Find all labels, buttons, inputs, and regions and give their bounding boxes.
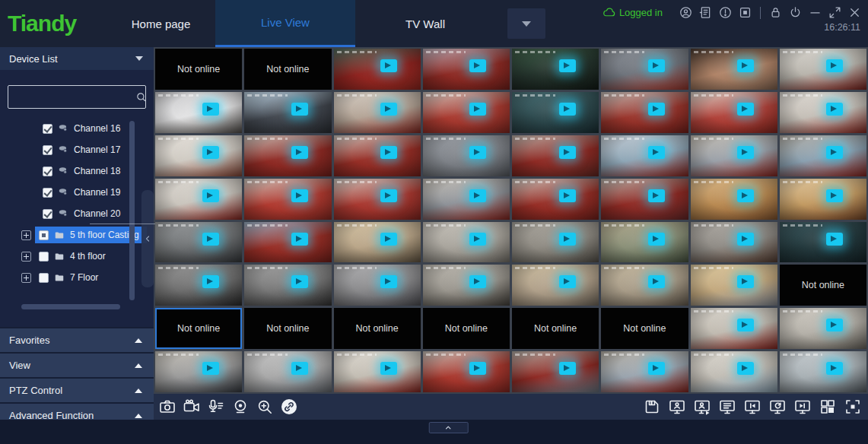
video-tile[interactable] bbox=[512, 351, 599, 392]
video-tile[interactable] bbox=[780, 135, 866, 176]
video-tile-offline[interactable]: Not online bbox=[155, 49, 242, 90]
video-tile[interactable] bbox=[601, 222, 688, 263]
video-tile[interactable] bbox=[601, 351, 688, 392]
video-tile-offline[interactable]: Not online bbox=[512, 308, 599, 349]
tab-tv-wall[interactable]: TV Wall bbox=[355, 0, 495, 47]
expand-plus-icon[interactable] bbox=[21, 273, 31, 283]
power-button[interactable] bbox=[788, 5, 803, 20]
video-tile-offline[interactable]: Not online bbox=[334, 308, 421, 349]
expand-plus-icon[interactable] bbox=[21, 230, 31, 240]
screen-play-button[interactable] bbox=[693, 398, 711, 416]
video-tile[interactable] bbox=[512, 92, 599, 133]
video-tile[interactable] bbox=[512, 135, 599, 176]
video-tile[interactable] bbox=[244, 179, 331, 220]
maximize-button[interactable] bbox=[828, 5, 842, 20]
video-tile[interactable] bbox=[780, 49, 866, 90]
video-tile[interactable] bbox=[512, 265, 599, 306]
screen-prev-button[interactable] bbox=[743, 398, 761, 416]
screen-list-button[interactable] bbox=[718, 398, 736, 416]
video-tile[interactable] bbox=[780, 308, 866, 349]
video-tile[interactable] bbox=[423, 135, 510, 176]
video-tile[interactable] bbox=[423, 351, 510, 392]
panel-button[interactable] bbox=[738, 5, 752, 20]
video-tile[interactable] bbox=[780, 92, 866, 133]
talk-button[interactable] bbox=[207, 398, 225, 416]
video-tile[interactable] bbox=[155, 135, 242, 176]
minimize-button[interactable] bbox=[808, 5, 822, 20]
video-tile[interactable] bbox=[155, 222, 242, 263]
channel-checkbox[interactable] bbox=[43, 188, 52, 198]
event-log-button[interactable] bbox=[698, 5, 713, 20]
tab-live-view[interactable]: Live View bbox=[215, 0, 355, 47]
tree-vertical-scrollbar[interactable] bbox=[129, 121, 135, 300]
snapshot-button[interactable] bbox=[158, 398, 176, 416]
video-tile[interactable] bbox=[601, 135, 688, 176]
split-layout-button[interactable] bbox=[819, 398, 837, 416]
channel-checkbox[interactable] bbox=[43, 166, 52, 176]
video-tile[interactable] bbox=[155, 351, 242, 392]
video-tile[interactable] bbox=[244, 222, 331, 263]
video-tile[interactable] bbox=[334, 179, 421, 220]
screen-carousel-button[interactable] bbox=[768, 398, 787, 416]
video-tile-offline[interactable]: Not online bbox=[423, 308, 510, 349]
search-input[interactable] bbox=[8, 86, 135, 108]
device-list-header[interactable]: Device List bbox=[0, 47, 154, 70]
panel-favorites[interactable]: Favorites bbox=[0, 327, 154, 352]
video-tile[interactable] bbox=[334, 92, 421, 133]
lock-button[interactable] bbox=[768, 5, 783, 20]
video-tile[interactable] bbox=[512, 222, 599, 263]
video-tile[interactable] bbox=[423, 179, 510, 220]
folder-checkbox[interactable] bbox=[39, 230, 49, 240]
video-tile[interactable] bbox=[512, 179, 599, 220]
video-tile[interactable] bbox=[780, 222, 866, 263]
video-tile[interactable] bbox=[423, 49, 510, 90]
video-tile[interactable] bbox=[691, 222, 777, 263]
video-tile[interactable] bbox=[512, 49, 599, 90]
video-tile[interactable] bbox=[601, 265, 688, 306]
ptz-dome-button[interactable] bbox=[231, 398, 250, 416]
video-tile[interactable] bbox=[244, 135, 331, 176]
video-tile-offline[interactable]: Not online bbox=[155, 308, 242, 349]
record-button[interactable] bbox=[183, 398, 201, 416]
close-button[interactable] bbox=[847, 5, 862, 20]
video-tile[interactable] bbox=[423, 222, 510, 263]
panel-ptz-control[interactable]: PTZ Control bbox=[0, 377, 154, 402]
digital-zoom-button[interactable] bbox=[256, 398, 274, 416]
video-tile[interactable] bbox=[155, 92, 242, 133]
sidebar-collapse-handle[interactable] bbox=[141, 190, 154, 287]
video-tile[interactable] bbox=[334, 265, 421, 306]
video-tile-offline[interactable]: Not online bbox=[244, 308, 331, 349]
screen-next-button[interactable] bbox=[793, 398, 812, 416]
video-tile[interactable] bbox=[601, 92, 688, 133]
search-button[interactable] bbox=[135, 91, 147, 103]
video-tile-offline[interactable]: Not online bbox=[601, 308, 688, 349]
video-tile[interactable] bbox=[423, 92, 510, 133]
video-tile[interactable] bbox=[691, 135, 777, 176]
more-tabs-dropdown-button[interactable] bbox=[507, 8, 545, 39]
alarm-info-button[interactable] bbox=[718, 5, 733, 20]
save-button[interactable] bbox=[643, 398, 661, 416]
video-tile[interactable] bbox=[691, 179, 777, 220]
video-tile[interactable] bbox=[780, 179, 866, 220]
account-button[interactable] bbox=[679, 5, 693, 20]
folder-checkbox[interactable] bbox=[39, 273, 49, 283]
video-tile-offline[interactable]: Not online bbox=[244, 49, 331, 90]
video-tile[interactable] bbox=[691, 308, 777, 349]
video-tile[interactable] bbox=[334, 135, 421, 176]
video-tile[interactable] bbox=[423, 265, 510, 306]
screen-user-button[interactable] bbox=[668, 398, 686, 416]
video-tile[interactable] bbox=[780, 351, 866, 392]
video-tile[interactable] bbox=[155, 179, 242, 220]
video-tile[interactable] bbox=[691, 351, 777, 392]
video-tile[interactable] bbox=[334, 222, 421, 263]
tree-horizontal-scrollbar[interactable] bbox=[21, 304, 120, 309]
video-tile[interactable] bbox=[601, 49, 688, 90]
panel-view[interactable]: View bbox=[0, 352, 154, 377]
link-button[interactable] bbox=[280, 398, 298, 416]
fullscreen-button[interactable] bbox=[844, 398, 862, 416]
video-tile[interactable] bbox=[334, 49, 421, 90]
video-tile[interactable] bbox=[691, 265, 777, 306]
tab-home-page[interactable]: Home page bbox=[107, 0, 215, 47]
video-tile-offline[interactable]: Not online bbox=[780, 265, 866, 306]
folder-checkbox[interactable] bbox=[39, 252, 49, 262]
